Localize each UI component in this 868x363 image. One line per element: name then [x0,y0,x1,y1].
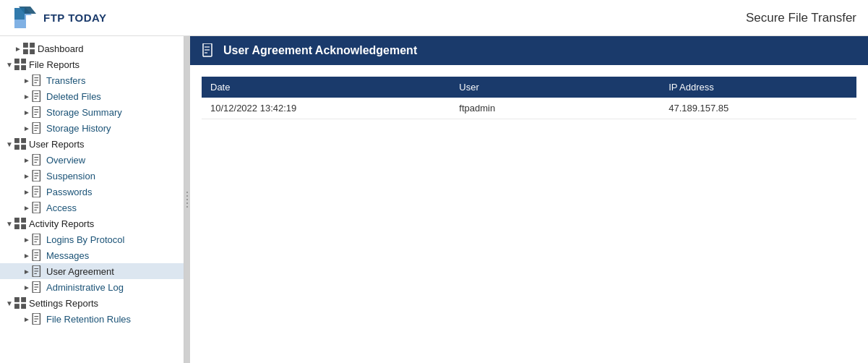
sidebar-item-settings-reports[interactable]: ▼ Settings Reports [0,295,184,311]
page-header-bar: User Agreement Acknowledgement [190,36,868,65]
splitter-dot [186,199,188,200]
doc-icon [32,74,43,86]
doc-icon [32,265,43,277]
sidebar-label-user-reports: User Reports [29,139,85,150]
doc-icon [32,249,43,261]
arrow-icon: ► [23,204,32,212]
col-header-ip: IP Address [660,77,856,98]
arrow-icon: ► [23,236,32,244]
svg-rect-29 [14,145,20,150]
svg-rect-10 [21,65,26,70]
arrow-icon: ▼ [6,140,14,148]
page-header-icon [202,43,216,58]
arrow-icon: ► [23,108,32,116]
arrow-icon: ► [23,93,32,101]
sidebar-label-file-reports: File Reports [29,59,80,70]
header-title: Secure File Transfer [746,11,856,25]
doc-icon [32,186,43,197]
arrow-icon: ► [23,77,32,85]
sidebar-item-transfers[interactable]: ► Transfers [0,72,184,88]
doc-icon [32,106,43,118]
sidebar-label-activity-reports: Activity Reports [29,218,94,229]
doc-icon [32,281,43,293]
sidebar-label-transfers: Transfers [46,75,85,86]
sidebar-label-settings-reports: Settings Reports [29,298,98,309]
main-layout: ► Dashboard ▼ File Reports ► Transfers ►… [0,36,868,363]
doc-icon [32,122,43,134]
cell-user: ftpadmin [450,98,660,119]
sidebar-label-deleted-files: Deleted Files [46,91,101,102]
sidebar-item-logins-by-protocol[interactable]: ► Logins By Protocol [0,231,184,247]
arrow-icon: ► [14,45,23,53]
arrow-icon: ► [23,315,32,323]
sidebar-item-file-reports[interactable]: ▼ File Reports [0,56,184,72]
sidebar-item-suspension[interactable]: ► Suspension [0,168,184,184]
arrow-icon: ► [23,283,32,291]
sidebar-label-administrative-log: Administrative Log [46,282,124,293]
sidebar-label-messages: Messages [46,250,89,261]
sidebar-label-passwords: Passwords [46,187,93,197]
doc-icon [32,313,43,325]
sidebar-item-administrative-log[interactable]: ► Administrative Log [0,279,184,295]
sidebar-item-deleted-files[interactable]: ► Deleted Files [0,88,184,104]
col-header-date: Date [202,77,450,98]
logo-text: FTP TODAY [43,12,107,24]
doc-icon [32,170,43,182]
sidebar: ► Dashboard ▼ File Reports ► Transfers ►… [0,36,184,363]
sidebar-item-passwords[interactable]: ► Passwords [0,184,184,200]
grid-icon [14,218,26,229]
sidebar-item-file-retention-rules[interactable]: ► File Retention Rules [0,311,184,327]
sidebar-item-storage-summary[interactable]: ► Storage Summary [0,104,184,120]
sidebar-item-storage-history[interactable]: ► Storage History [0,120,184,136]
sidebar-item-messages[interactable]: ► Messages [0,247,184,263]
svg-rect-9 [14,65,20,70]
grid-icon [14,59,26,70]
sidebar-label-storage-history: Storage History [46,123,111,134]
logo: FTP TODAY [12,5,107,31]
arrow-icon: ► [23,188,32,196]
sidebar-item-user-agreement[interactable]: ► User Agreement [0,263,184,279]
doc-icon [32,154,43,166]
splitter-dot [186,195,188,197]
splitter-dot [186,206,188,208]
logo-icon [12,5,38,31]
sidebar-label-user-agreement: User Agreement [46,266,114,277]
cell-date: 10/12/2022 13:42:19 [202,98,450,119]
sidebar-item-overview[interactable]: ► Overview [0,152,184,168]
arrow-icon: ► [23,268,32,276]
table-body: 10/12/2022 13:42:19ftpadmin47.189.157.85 [202,98,856,119]
sidebar-label-overview: Overview [46,155,85,166]
svg-rect-6 [30,49,35,54]
content-area: User Agreement Acknowledgement Date User… [190,36,868,363]
doc-icon [32,234,43,245]
arrow-icon: ▼ [6,299,14,307]
sidebar-label-logins-by-protocol: Logins By Protocol [46,234,124,245]
arrow-icon: ► [23,156,32,164]
svg-rect-49 [14,224,20,229]
sidebar-label-suspension: Suspension [46,171,95,182]
svg-rect-70 [21,304,26,309]
sidebar-item-access[interactable]: ► Access [0,200,184,215]
sidebar-item-user-reports[interactable]: ▼ User Reports [0,136,184,152]
svg-rect-28 [21,138,26,143]
svg-rect-30 [21,145,26,150]
sidebar-item-activity-reports[interactable]: ▼ Activity Reports [0,215,184,231]
table-row: 10/12/2022 13:42:19ftpadmin47.189.157.85 [202,98,856,119]
sidebar-item-dashboard[interactable]: ► Dashboard [0,40,184,56]
arrow-icon: ▼ [6,61,14,69]
sidebar-label-dashboard: Dashboard [38,43,84,54]
svg-rect-47 [14,218,20,223]
col-header-user: User [450,77,660,98]
doc-icon [32,202,43,213]
data-table: Date User IP Address 10/12/2022 13:42:19… [202,77,856,119]
cell-ip: 47.189.157.85 [660,98,856,119]
page-title: User Agreement Acknowledgement [223,44,417,57]
svg-rect-69 [14,304,20,309]
sidebar-label-file-retention-rules: File Retention Rules [46,314,131,325]
splitter-dot [186,202,188,204]
table-header-row: Date User IP Address [202,77,856,98]
arrow-icon: ► [23,124,32,132]
grid-icon [14,138,26,150]
arrow-icon: ▼ [6,220,14,228]
splitter[interactable] [184,36,190,363]
